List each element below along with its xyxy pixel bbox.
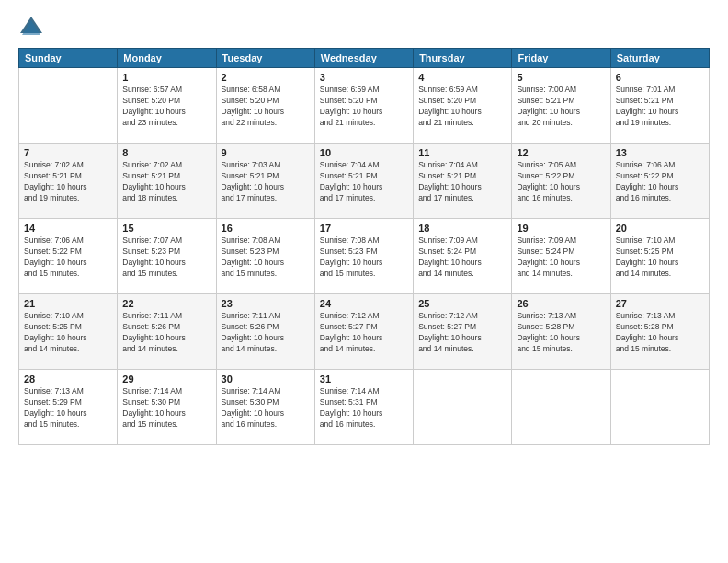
day-cell [19,68,118,144]
day-cell: 12Sunrise: 7:05 AMSunset: 5:22 PMDayligh… [512,144,610,219]
day-cell [512,370,610,445]
day-number: 4 [418,72,506,83]
day-cell: 6Sunrise: 7:01 AMSunset: 5:21 PMDaylight… [610,68,709,144]
day-cell: 1Sunrise: 6:57 AMSunset: 5:20 PMDaylight… [118,68,216,144]
day-number: 6 [616,72,704,83]
day-number: 7 [24,147,112,158]
day-number: 23 [222,298,310,309]
week-row-5: 28Sunrise: 7:13 AMSunset: 5:29 PMDayligh… [19,370,710,445]
day-number: 25 [418,298,506,309]
day-cell: 3Sunrise: 6:59 AMSunset: 5:20 PMDaylight… [314,68,413,144]
day-cell: 23Sunrise: 7:11 AMSunset: 5:26 PMDayligh… [216,294,314,370]
page: SundayMondayTuesdayWednesdayThursdayFrid… [0,0,728,563]
day-info: Sunrise: 7:10 AMSunset: 5:25 PMDaylight:… [24,311,112,355]
day-cell: 17Sunrise: 7:08 AMSunset: 5:23 PMDayligh… [314,219,413,294]
day-number: 14 [24,223,112,234]
day-cell [610,370,709,445]
day-info: Sunrise: 7:13 AMSunset: 5:28 PMDaylight:… [517,311,605,355]
header-cell-wednesday: Wednesday [314,49,413,68]
day-info: Sunrise: 6:59 AMSunset: 5:20 PMDaylight:… [320,85,408,129]
day-cell: 7Sunrise: 7:02 AMSunset: 5:21 PMDaylight… [19,144,118,219]
day-cell: 22Sunrise: 7:11 AMSunset: 5:26 PMDayligh… [118,294,216,370]
week-row-2: 7Sunrise: 7:02 AMSunset: 5:21 PMDaylight… [19,144,710,219]
day-cell: 21Sunrise: 7:10 AMSunset: 5:25 PMDayligh… [19,294,118,370]
day-number: 17 [320,223,408,234]
day-cell: 25Sunrise: 7:12 AMSunset: 5:27 PMDayligh… [414,294,512,370]
day-number: 3 [320,72,408,83]
week-row-3: 14Sunrise: 7:06 AMSunset: 5:22 PMDayligh… [19,219,710,294]
day-info: Sunrise: 7:02 AMSunset: 5:21 PMDaylight:… [24,160,112,204]
day-number: 16 [222,223,310,234]
header-cell-monday: Monday [118,49,216,68]
day-cell: 29Sunrise: 7:14 AMSunset: 5:30 PMDayligh… [118,370,216,445]
day-number: 30 [222,373,310,385]
day-cell: 9Sunrise: 7:03 AMSunset: 5:21 PMDaylight… [216,144,314,219]
day-cell: 19Sunrise: 7:09 AMSunset: 5:24 PMDayligh… [512,219,610,294]
day-cell: 14Sunrise: 7:06 AMSunset: 5:22 PMDayligh… [19,219,118,294]
day-number: 1 [122,72,210,83]
header-cell-friday: Friday [512,49,610,68]
day-cell: 10Sunrise: 7:04 AMSunset: 5:21 PMDayligh… [314,144,413,219]
day-cell: 5Sunrise: 7:00 AMSunset: 5:21 PMDaylight… [512,68,610,144]
day-cell: 30Sunrise: 7:14 AMSunset: 5:30 PMDayligh… [216,370,314,445]
day-cell: 11Sunrise: 7:04 AMSunset: 5:21 PMDayligh… [414,144,512,219]
day-number: 21 [24,298,112,309]
day-info: Sunrise: 7:03 AMSunset: 5:21 PMDaylight:… [222,160,310,204]
day-info: Sunrise: 7:12 AMSunset: 5:27 PMDaylight:… [418,311,506,355]
day-cell: 15Sunrise: 7:07 AMSunset: 5:23 PMDayligh… [118,219,216,294]
day-number: 9 [222,147,310,158]
day-info: Sunrise: 7:08 AMSunset: 5:23 PMDaylight:… [222,236,310,280]
day-number: 12 [517,147,605,158]
day-info: Sunrise: 7:13 AMSunset: 5:29 PMDaylight:… [24,386,112,431]
day-cell: 24Sunrise: 7:12 AMSunset: 5:27 PMDayligh… [314,294,413,370]
day-info: Sunrise: 7:09 AMSunset: 5:24 PMDaylight:… [517,236,605,280]
header-row: SundayMondayTuesdayWednesdayThursdayFrid… [19,49,710,68]
header-cell-sunday: Sunday [19,49,118,68]
logo [18,15,48,40]
day-info: Sunrise: 7:08 AMSunset: 5:23 PMDaylight:… [320,236,408,280]
day-info: Sunrise: 6:59 AMSunset: 5:20 PMDaylight:… [418,85,506,129]
day-number: 10 [320,147,408,158]
day-info: Sunrise: 7:00 AMSunset: 5:21 PMDaylight:… [517,85,605,129]
day-info: Sunrise: 7:13 AMSunset: 5:28 PMDaylight:… [616,311,704,355]
day-number: 26 [517,298,605,309]
day-info: Sunrise: 7:10 AMSunset: 5:25 PMDaylight:… [616,236,704,280]
day-cell: 20Sunrise: 7:10 AMSunset: 5:25 PMDayligh… [610,219,709,294]
day-info: Sunrise: 6:57 AMSunset: 5:20 PMDaylight:… [122,85,210,129]
day-info: Sunrise: 7:04 AMSunset: 5:21 PMDaylight:… [418,160,506,204]
day-info: Sunrise: 7:05 AMSunset: 5:22 PMDaylight:… [517,160,605,204]
day-info: Sunrise: 6:58 AMSunset: 5:20 PMDaylight:… [222,85,310,129]
week-row-1: 1Sunrise: 6:57 AMSunset: 5:20 PMDaylight… [19,68,710,144]
day-number: 28 [24,373,112,385]
day-cell: 26Sunrise: 7:13 AMSunset: 5:28 PMDayligh… [512,294,610,370]
day-cell: 8Sunrise: 7:02 AMSunset: 5:21 PMDaylight… [118,144,216,219]
day-info: Sunrise: 7:09 AMSunset: 5:24 PMDaylight:… [418,236,506,280]
day-number: 5 [517,72,605,83]
day-number: 18 [418,223,506,234]
day-cell: 28Sunrise: 7:13 AMSunset: 5:29 PMDayligh… [19,370,118,445]
day-info: Sunrise: 7:12 AMSunset: 5:27 PMDaylight:… [320,311,408,355]
week-row-4: 21Sunrise: 7:10 AMSunset: 5:25 PMDayligh… [19,294,710,370]
calendar-header: SundayMondayTuesdayWednesdayThursdayFrid… [19,49,710,68]
day-number: 22 [122,298,210,309]
day-number: 31 [320,373,408,385]
day-cell: 18Sunrise: 7:09 AMSunset: 5:24 PMDayligh… [414,219,512,294]
day-cell [414,370,512,445]
calendar-table: SundayMondayTuesdayWednesdayThursdayFrid… [18,48,710,445]
day-cell: 13Sunrise: 7:06 AMSunset: 5:22 PMDayligh… [610,144,709,219]
day-number: 19 [517,223,605,234]
day-number: 8 [122,147,210,158]
header [18,15,710,40]
day-cell: 31Sunrise: 7:14 AMSunset: 5:31 PMDayligh… [314,370,413,445]
header-cell-tuesday: Tuesday [216,49,314,68]
day-number: 20 [616,223,704,234]
day-cell: 4Sunrise: 6:59 AMSunset: 5:20 PMDaylight… [414,68,512,144]
day-info: Sunrise: 7:14 AMSunset: 5:31 PMDaylight:… [320,386,408,431]
day-info: Sunrise: 7:06 AMSunset: 5:22 PMDaylight:… [616,160,704,204]
logo-icon [18,15,44,40]
day-number: 11 [418,147,506,158]
day-number: 15 [122,223,210,234]
day-number: 29 [122,373,210,385]
day-number: 27 [616,298,704,309]
day-info: Sunrise: 7:01 AMSunset: 5:21 PMDaylight:… [616,85,704,129]
